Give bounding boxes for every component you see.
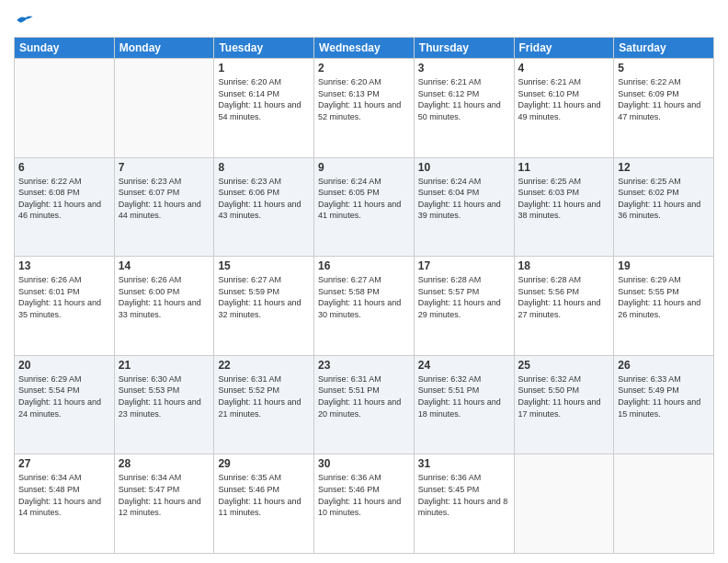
day-number: 27 [18, 457, 110, 470]
calendar-cell [114, 59, 214, 158]
day-number: 29 [218, 457, 310, 470]
calendar-cell: 9Sunrise: 6:24 AMSunset: 6:05 PMDaylight… [314, 157, 415, 257]
calendar-week-3: 13Sunrise: 6:26 AMSunset: 6:01 PMDayligh… [15, 257, 714, 356]
day-number: 20 [18, 359, 110, 372]
calendar-cell: 21Sunrise: 6:30 AMSunset: 5:53 PMDayligh… [114, 355, 214, 454]
day-info: Sunrise: 6:22 AMSunset: 6:09 PMDaylight:… [618, 76, 710, 122]
day-number: 17 [418, 259, 510, 272]
day-number: 5 [618, 62, 710, 75]
calendar-cell: 11Sunrise: 6:25 AMSunset: 6:03 PMDayligh… [514, 157, 614, 257]
day-number: 12 [618, 161, 710, 174]
day-number: 2 [318, 62, 410, 75]
calendar-week-1: 1Sunrise: 6:20 AMSunset: 6:14 PMDaylight… [15, 59, 714, 158]
day-info: Sunrise: 6:30 AMSunset: 5:53 PMDaylight:… [119, 373, 210, 419]
page: SundayMondayTuesdayWednesdayThursdayFrid… [0, 0, 728, 563]
weekday-header-tuesday: Tuesday [214, 38, 314, 59]
day-number: 15 [218, 259, 310, 272]
day-info: Sunrise: 6:25 AMSunset: 6:02 PMDaylight:… [618, 176, 710, 222]
calendar-cell: 18Sunrise: 6:28 AMSunset: 5:56 PMDayligh… [514, 257, 614, 356]
calendar-cell: 16Sunrise: 6:27 AMSunset: 5:58 PMDayligh… [314, 257, 415, 356]
calendar-cell: 14Sunrise: 6:26 AMSunset: 6:00 PMDayligh… [114, 257, 214, 356]
day-number: 31 [418, 457, 510, 470]
day-number: 16 [318, 259, 410, 272]
calendar-cell: 15Sunrise: 6:27 AMSunset: 5:59 PMDayligh… [214, 257, 314, 356]
calendar-header-row: SundayMondayTuesdayWednesdayThursdayFrid… [15, 38, 714, 59]
day-number: 3 [418, 62, 510, 75]
calendar-week-2: 6Sunrise: 6:22 AMSunset: 6:08 PMDaylight… [15, 157, 714, 257]
day-number: 21 [119, 359, 210, 372]
day-info: Sunrise: 6:22 AMSunset: 6:08 PMDaylight:… [18, 176, 110, 222]
logo-bird-icon [16, 11, 34, 29]
calendar-cell: 8Sunrise: 6:23 AMSunset: 6:06 PMDaylight… [214, 157, 314, 257]
day-info: Sunrise: 6:29 AMSunset: 5:54 PMDaylight:… [18, 373, 110, 419]
logo [14, 13, 34, 29]
calendar-cell: 3Sunrise: 6:21 AMSunset: 6:12 PMDaylight… [414, 59, 514, 158]
day-info: Sunrise: 6:31 AMSunset: 5:52 PMDaylight:… [218, 373, 310, 419]
calendar-cell: 27Sunrise: 6:34 AMSunset: 5:48 PMDayligh… [15, 454, 115, 554]
day-number: 6 [18, 161, 110, 174]
calendar-cell: 24Sunrise: 6:32 AMSunset: 5:51 PMDayligh… [414, 355, 514, 454]
day-number: 26 [618, 359, 710, 372]
calendar-cell: 2Sunrise: 6:20 AMSunset: 6:13 PMDaylight… [314, 59, 415, 158]
calendar-cell: 20Sunrise: 6:29 AMSunset: 5:54 PMDayligh… [15, 355, 115, 454]
day-info: Sunrise: 6:36 AMSunset: 5:46 PMDaylight:… [318, 472, 410, 518]
weekday-header-friday: Friday [514, 38, 614, 59]
calendar-cell: 10Sunrise: 6:24 AMSunset: 6:04 PMDayligh… [414, 157, 514, 257]
day-info: Sunrise: 6:21 AMSunset: 6:10 PMDaylight:… [518, 76, 610, 122]
day-number: 24 [418, 359, 510, 372]
day-info: Sunrise: 6:35 AMSunset: 5:46 PMDaylight:… [218, 472, 310, 518]
day-number: 10 [418, 161, 510, 174]
weekday-header-saturday: Saturday [614, 38, 714, 59]
calendar-cell: 1Sunrise: 6:20 AMSunset: 6:14 PMDaylight… [214, 59, 314, 158]
day-number: 18 [518, 259, 610, 272]
day-info: Sunrise: 6:27 AMSunset: 5:58 PMDaylight:… [318, 274, 410, 320]
calendar-week-5: 27Sunrise: 6:34 AMSunset: 5:48 PMDayligh… [15, 454, 714, 554]
calendar-cell: 7Sunrise: 6:23 AMSunset: 6:07 PMDaylight… [114, 157, 214, 257]
weekday-header-thursday: Thursday [414, 38, 514, 59]
day-number: 25 [518, 359, 610, 372]
day-number: 14 [119, 259, 210, 272]
day-number: 8 [218, 161, 310, 174]
calendar-cell: 30Sunrise: 6:36 AMSunset: 5:46 PMDayligh… [314, 454, 415, 554]
day-info: Sunrise: 6:23 AMSunset: 6:07 PMDaylight:… [119, 176, 210, 222]
day-info: Sunrise: 6:32 AMSunset: 5:51 PMDaylight:… [418, 373, 510, 419]
calendar-cell [514, 454, 614, 554]
calendar-cell [15, 59, 115, 158]
day-number: 11 [518, 161, 610, 174]
day-number: 7 [119, 161, 210, 174]
day-info: Sunrise: 6:28 AMSunset: 5:56 PMDaylight:… [518, 274, 610, 320]
day-number: 19 [618, 259, 710, 272]
calendar-cell: 23Sunrise: 6:31 AMSunset: 5:51 PMDayligh… [314, 355, 415, 454]
day-number: 1 [218, 62, 310, 75]
calendar-cell [614, 454, 714, 554]
day-info: Sunrise: 6:29 AMSunset: 5:55 PMDaylight:… [618, 274, 710, 320]
calendar-cell: 29Sunrise: 6:35 AMSunset: 5:46 PMDayligh… [214, 454, 314, 554]
day-info: Sunrise: 6:33 AMSunset: 5:49 PMDaylight:… [618, 373, 710, 419]
calendar-week-4: 20Sunrise: 6:29 AMSunset: 5:54 PMDayligh… [15, 355, 714, 454]
calendar-cell: 5Sunrise: 6:22 AMSunset: 6:09 PMDaylight… [614, 59, 714, 158]
calendar-table: SundayMondayTuesdayWednesdayThursdayFrid… [14, 37, 714, 554]
calendar-cell: 19Sunrise: 6:29 AMSunset: 5:55 PMDayligh… [614, 257, 714, 356]
day-number: 9 [318, 161, 410, 174]
weekday-header-sunday: Sunday [15, 38, 115, 59]
day-info: Sunrise: 6:20 AMSunset: 6:13 PMDaylight:… [318, 76, 410, 122]
day-number: 30 [318, 457, 410, 470]
day-number: 13 [18, 259, 110, 272]
day-number: 22 [218, 359, 310, 372]
calendar-cell: 31Sunrise: 6:36 AMSunset: 5:45 PMDayligh… [414, 454, 514, 554]
header [14, 9, 714, 29]
weekday-header-wednesday: Wednesday [314, 38, 415, 59]
day-info: Sunrise: 6:34 AMSunset: 5:47 PMDaylight:… [119, 472, 210, 518]
calendar-cell: 12Sunrise: 6:25 AMSunset: 6:02 PMDayligh… [614, 157, 714, 257]
day-info: Sunrise: 6:36 AMSunset: 5:45 PMDaylight:… [418, 472, 510, 518]
calendar-cell: 28Sunrise: 6:34 AMSunset: 5:47 PMDayligh… [114, 454, 214, 554]
day-info: Sunrise: 6:34 AMSunset: 5:48 PMDaylight:… [18, 472, 110, 518]
calendar-cell: 22Sunrise: 6:31 AMSunset: 5:52 PMDayligh… [214, 355, 314, 454]
day-info: Sunrise: 6:28 AMSunset: 5:57 PMDaylight:… [418, 274, 510, 320]
calendar-cell: 4Sunrise: 6:21 AMSunset: 6:10 PMDaylight… [514, 59, 614, 158]
day-number: 28 [119, 457, 210, 470]
calendar-cell: 17Sunrise: 6:28 AMSunset: 5:57 PMDayligh… [414, 257, 514, 356]
day-info: Sunrise: 6:31 AMSunset: 5:51 PMDaylight:… [318, 373, 410, 419]
calendar-cell: 26Sunrise: 6:33 AMSunset: 5:49 PMDayligh… [614, 355, 714, 454]
day-info: Sunrise: 6:24 AMSunset: 6:05 PMDaylight:… [318, 176, 410, 222]
